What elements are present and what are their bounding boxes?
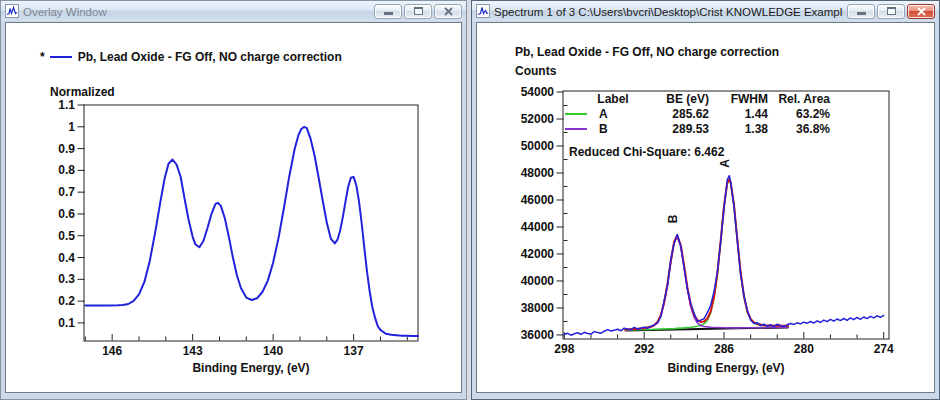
overlay-window-titlebar[interactable]: Overlay Window	[1, 1, 466, 21]
window-title: Overlay Window	[23, 5, 370, 18]
y-tick-label: 0.9	[58, 142, 75, 156]
y-tick-label: 38000	[521, 301, 555, 315]
y-tick-label: 0.5	[58, 229, 75, 243]
x-tick-label: 146	[102, 344, 122, 358]
x-tick-label: 137	[344, 344, 364, 358]
y-tick-label: 0.2	[58, 294, 75, 308]
maximize-button[interactable]	[877, 4, 905, 19]
spectrum-app-icon	[5, 4, 19, 18]
y-tick-label: 44000	[521, 220, 555, 234]
y-tick-label: 0.4	[58, 251, 75, 265]
x-tick-label: 286	[714, 342, 734, 356]
minimize-icon	[857, 12, 866, 15]
overlay-window-client: * Pb, Lead Oxide - FG Off, NO charge cor…	[5, 22, 462, 393]
y-tick-label: 46000	[521, 193, 555, 207]
peak-label-a: A	[718, 159, 732, 168]
spectrum-app-icon	[476, 4, 490, 18]
close-icon	[917, 7, 926, 16]
y-tick-label: 1	[68, 120, 75, 134]
y-tick-label: 54000	[521, 85, 555, 99]
minimize-button[interactable]	[374, 4, 402, 19]
window-title: Spectrum 1 of 3 C:\Users\bvcri\Desktop\C…	[494, 5, 843, 18]
spectrum-window-titlebar[interactable]: Spectrum 1 of 3 C:\Users\bvcri\Desktop\C…	[472, 1, 939, 21]
y-tick-label: 36000	[521, 328, 555, 342]
y-tick-label: 0.8	[58, 163, 75, 177]
close-button[interactable]	[434, 4, 462, 19]
x-tick-label: 143	[183, 344, 203, 358]
minimize-icon	[384, 12, 393, 15]
x-tick-label: 140	[263, 344, 283, 358]
y-tick-label: 1.1	[58, 98, 75, 112]
y-tick-label: 50000	[521, 139, 555, 153]
series-component-a	[626, 180, 788, 330]
minimize-button[interactable]	[847, 4, 875, 19]
spectrum-window: Spectrum 1 of 3 C:\Users\bvcri\Desktop\C…	[471, 0, 940, 400]
y-tick-label: 0.7	[58, 185, 75, 199]
y-tick-label: 0.3	[58, 272, 75, 286]
maximize-button[interactable]	[404, 4, 432, 19]
overlay-plot[interactable]: 1461431401371.110.90.80.70.60.50.40.30.2…	[6, 23, 463, 394]
maximize-icon	[414, 7, 423, 15]
y-tick-label: 42000	[521, 247, 555, 261]
series-component-b	[626, 236, 788, 329]
close-button[interactable]	[907, 4, 935, 19]
x-tick-label: 274	[874, 342, 894, 356]
y-tick-label: 52000	[521, 112, 555, 126]
peak-label-b: B	[666, 214, 680, 223]
desktop: Overlay Window * Pb, Lead Oxide - FG Off…	[0, 0, 940, 400]
plot-frame	[84, 105, 418, 341]
spectrum-plot[interactable]: 2982922862802745400052000500004800046000…	[477, 23, 935, 394]
x-tick-label: 298	[554, 342, 574, 356]
x-tick-label: 280	[794, 342, 814, 356]
maximize-icon	[887, 7, 896, 15]
y-tick-label: 0.6	[58, 207, 75, 221]
y-tick-label: 40000	[521, 274, 555, 288]
x-tick-label: 292	[634, 342, 654, 356]
series-envelope	[626, 179, 788, 329]
close-icon	[444, 7, 453, 16]
series-overlay-spectrum	[85, 127, 418, 336]
plot-frame	[563, 91, 889, 339]
spectrum-window-client: Pb, Lead Oxide - FG Off, NO charge corre…	[476, 22, 935, 393]
overlay-window: Overlay Window * Pb, Lead Oxide - FG Off…	[0, 0, 467, 400]
y-tick-label: 0.1	[58, 316, 75, 330]
y-tick-label: 48000	[521, 166, 555, 180]
